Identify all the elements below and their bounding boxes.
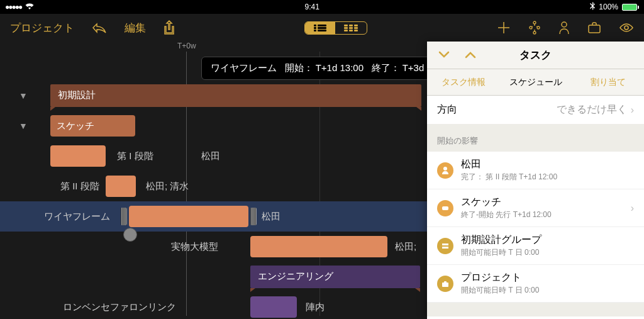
briefcase-icon[interactable] [587,21,601,34]
inspector-panel: タスク タスク情報 スケジュール 割り当て 方向 できるだけ早く › 開始の影響… [427,42,644,319]
bar-label: 第 II 段階 [60,181,99,193]
project-button[interactable]: プロジェクト [10,21,74,35]
svg-rect-5 [589,25,600,33]
wifi-icon [25,3,34,11]
circle-handle[interactable] [123,228,137,242]
direction-value: できるだけ早く [557,103,627,116]
task-icon [437,200,453,216]
svg-rect-8 [442,206,448,210]
item-subtitle: 完了： 第 II 段階 T+1d 12:00 [461,172,634,182]
bar-label: ロンベンセファロンリンク [63,301,176,313]
influence-item[interactable]: 初期設計グループ 開始可能日時 T 日 0:00 [427,227,644,265]
group-label: エンジニアリング [250,266,420,288]
task-bar-phase2[interactable] [106,176,136,197]
svg-point-6 [625,26,628,30]
bar-label: 実物大模型 [171,241,218,253]
resize-handle-right[interactable] [250,208,257,225]
group-bar-engineering[interactable]: エンジニアリング [250,266,420,288]
nav-up-icon[interactable] [465,48,476,62]
influence-item[interactable]: スケッチ 終了-開始 先行 T+1d 12:00 › [427,189,644,227]
influence-item[interactable]: プロジェクト 開始可能日時 T 日 0:00 [427,265,644,303]
inspector-header: タスク [427,42,644,69]
inspector-title: タスク [519,48,552,62]
status-time: 9:41 [305,3,319,11]
svg-point-0 [533,21,536,24]
toolbar: プロジェクト 編集 [0,14,644,42]
briefcase-icon [437,276,453,292]
resize-handle-left[interactable] [121,208,127,225]
status-bar: ●●●●● 9:41 100% [0,0,644,14]
item-title: プロジェクト [461,271,634,284]
tab-schedule[interactable]: スケジュール [499,69,572,95]
influence-item[interactable]: 松田 完了： 第 II 段階 T+1d 12:00 [427,152,644,189]
task-bar-rhombenceph[interactable] [250,296,297,318]
battery-percent: 100% [599,3,618,11]
share-icon[interactable] [164,20,175,35]
person-icon [437,162,453,179]
svg-point-7 [443,167,447,171]
disclosure-icon[interactable]: ▼ [19,91,28,101]
undo-icon[interactable] [92,22,107,33]
person-icon[interactable] [558,21,570,35]
item-title: スケッチ [461,196,623,209]
assignee-label: 松田; 清水 [146,181,189,193]
inspector-tabs: タスク情報 スケジュール 割り当て [427,69,644,96]
assignee-label: 松田 [201,150,220,162]
svg-point-3 [533,31,536,34]
timeline-marker: T+0w [177,42,196,50]
tab-task-info[interactable]: タスク情報 [427,69,499,95]
task-bar-fullscale[interactable] [250,236,387,257]
view-toggle [304,21,367,35]
item-title: 松田 [461,158,634,171]
svg-rect-11 [442,283,448,287]
view-gantt-button[interactable] [305,22,335,34]
signal-dots-icon: ●●●●● [5,3,21,11]
view-grid-button[interactable] [335,22,367,34]
chevron-right-icon: › [631,104,634,116]
bar-label: 第 I 段階 [117,150,153,162]
group-icon [437,238,453,254]
group-bar-initial-design[interactable]: 初期設計 [50,84,421,107]
assignee-label: 陣内 [306,301,325,313]
item-subtitle: 終了-開始 先行 T+1d 12:00 [461,210,623,220]
direction-label: 方向 [437,103,457,116]
assignee-label: 松田 [262,211,280,223]
task-bar-sketch[interactable]: スケッチ [50,115,135,137]
add-icon[interactable] [497,21,511,35]
tab-assign[interactable]: 割り当て [572,69,644,95]
battery-icon [622,4,639,11]
svg-point-4 [562,22,567,27]
direction-row[interactable]: 方向 できるだけ早く › [427,96,644,124]
item-title: 初期設計グループ [461,233,634,247]
inspector-body: 方向 できるだけ早く › 開始の影響 松田 完了： 第 II 段階 T+1d 1… [427,96,644,319]
group-label: 初期設計 [50,84,421,106]
disclosure-icon[interactable]: ▼ [19,121,28,131]
svg-rect-12 [444,281,447,283]
bar-label: スケッチ [57,120,94,132]
network-icon[interactable] [528,21,541,35]
nav-down-icon[interactable] [438,48,450,62]
chevron-right-icon: › [631,203,634,214]
section-header: 開始の影響 [427,124,644,152]
lock-row[interactable]: ロック [427,316,644,319]
svg-rect-9 [442,243,448,245]
task-bar-wireframe[interactable] [129,206,248,227]
eye-icon[interactable] [619,23,634,33]
bluetooth-icon [590,2,595,12]
item-subtitle: 開始可能日時 T 日 0:00 [461,285,634,296]
task-tooltip: ワイヤフレーム 開始： T+1d 13:00 終了： T+3d 12 [201,57,447,80]
task-bar-phase1[interactable] [50,145,106,167]
svg-rect-10 [442,247,448,249]
edit-button[interactable]: 編集 [125,21,146,35]
assignee-label: 松田; [395,241,416,253]
bar-label: ワイヤフレーム [44,211,110,223]
item-subtitle: 開始可能日時 T 日 0:00 [461,247,634,258]
